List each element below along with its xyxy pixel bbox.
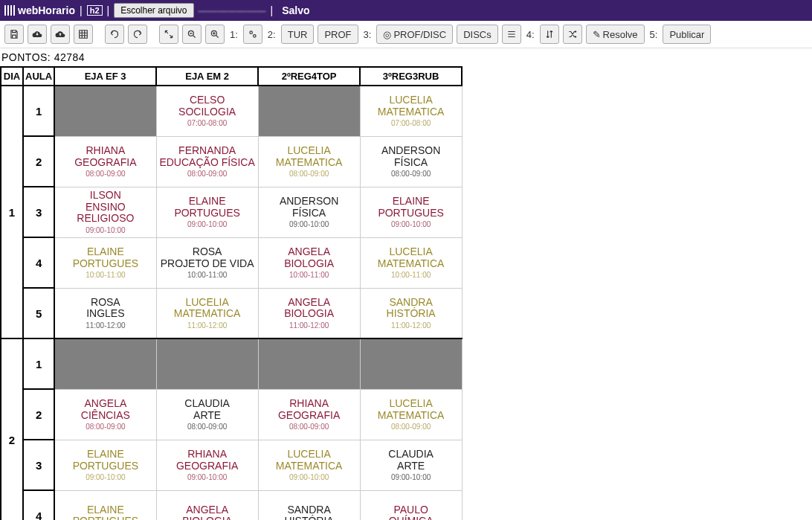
slot-cell[interactable]: ILSONENSINO RELIGIOSO09:00-10:00 xyxy=(54,187,156,237)
teacher-name: ANDERSON xyxy=(362,145,460,156)
download-cloud-button[interactable] xyxy=(28,25,47,44)
save-icon-button[interactable] xyxy=(4,25,24,44)
slot-cell[interactable]: ANGELABIOLOGIA10:00-11:00 xyxy=(258,237,360,288)
tur-button[interactable]: TUR xyxy=(281,25,315,44)
teacher-name: SANDRA xyxy=(260,504,358,516)
schedule-row: 5ROSAINGLES11:00-12:00LUCELIAMATEMATICA1… xyxy=(1,288,462,338)
slot-cell[interactable]: CELSOSOCILOGIA07:00-08:00 xyxy=(156,86,258,136)
teacher-name: CLAUDIA xyxy=(362,449,460,460)
slot-cell[interactable]: ELAINEPORTUGUES10:00-11:00 xyxy=(54,237,156,288)
teacher-name: ELAINE xyxy=(362,196,460,207)
teacher-name: PAULO xyxy=(362,504,460,516)
teacher-name: ANGELA xyxy=(57,398,155,409)
slot-cell[interactable]: ANGELABIOLOGIA11:00-12:00 xyxy=(258,288,360,338)
slot-cell[interactable]: LUCELIAMATEMATICA09:00-10:00 xyxy=(258,440,360,490)
time-range: 08:00-09:00 xyxy=(57,170,155,178)
grid-button[interactable] xyxy=(74,25,93,44)
prof-disc-button[interactable]: ◎PROF/DISC xyxy=(376,25,453,44)
publish-button[interactable]: Publicar xyxy=(663,25,711,44)
slot-cell[interactable]: RHIANAGEOGRAFIA08:00-09:00 xyxy=(54,136,156,187)
time-range: 10:00-11:00 xyxy=(158,271,257,279)
teacher-name: ANDERSON xyxy=(260,196,358,207)
slot-cell[interactable]: FERNANDAEDUCAÇÃO FÍSICA08:00-09:00 xyxy=(156,136,258,187)
col-0[interactable]: EJA EF 3 xyxy=(54,67,156,86)
slot-cell[interactable]: ROSAINGLES11:00-12:00 xyxy=(54,288,156,338)
slot-cell[interactable]: ANGELACIÊNCIAS08:00-09:00 xyxy=(54,389,156,440)
teacher-name: ELAINE xyxy=(158,196,257,207)
slot-cell[interactable]: ANDERSONFÍSICA09:00-10:00 xyxy=(258,187,360,237)
time-range: 09:00-10:00 xyxy=(260,220,358,228)
time-range: 10:00-11:00 xyxy=(260,271,358,279)
expand-button[interactable] xyxy=(159,25,178,44)
slot-cell[interactable]: CLAUDIAARTE09:00-10:00 xyxy=(360,440,462,490)
schedule-row: 4ELAINEPORTUGUESANGELABIOLOGIASANDRAHIST… xyxy=(1,490,462,520)
slot-cell[interactable]: LUCELIAMATEMATICA07:00-08:00 xyxy=(360,86,462,136)
time-range: 08:00-09:00 xyxy=(362,423,460,431)
discs-button[interactable]: DISCs xyxy=(457,25,498,44)
menu-button[interactable] xyxy=(502,25,521,44)
slot-cell[interactable]: SANDRAHISTÓRIA11:00-12:00 xyxy=(360,288,462,338)
dia-cell: 2 xyxy=(1,338,23,520)
slot-cell[interactable]: ELAINEPORTUGUES xyxy=(54,490,156,520)
slot-cell[interactable]: LUCELIAMATEMATICA08:00-09:00 xyxy=(258,136,360,187)
teacher-name: LUCELIA xyxy=(362,246,460,257)
slot-cell[interactable]: LUCELIAMATEMATICA10:00-11:00 xyxy=(360,237,462,288)
slot-cell[interactable]: ANGELABIOLOGIA xyxy=(156,490,258,520)
header-row: DIA AULA EJA EF 3 EJA EM 2 2ºREG4TOP 3ºR… xyxy=(1,67,462,86)
time-range: 09:00-10:00 xyxy=(57,473,155,481)
redo-button[interactable] xyxy=(128,25,147,44)
sort-button[interactable] xyxy=(540,25,559,44)
app-header: webHorario | h2 | Escolher arquivo —————… xyxy=(0,0,812,21)
teacher-name: FERNANDA xyxy=(158,145,257,156)
undo-button[interactable] xyxy=(105,25,124,44)
choose-file-button[interactable]: Escolher arquivo xyxy=(114,3,193,18)
col-3[interactable]: 3ºREG3RUB xyxy=(360,67,462,86)
slot-cell[interactable]: ROSAPROJETO DE VIDA10:00-11:00 xyxy=(156,237,258,288)
col-1[interactable]: EJA EM 2 xyxy=(156,67,258,86)
settings-button[interactable] xyxy=(243,25,262,44)
aula-cell: 2 xyxy=(23,136,54,187)
subject-name: FÍSICA xyxy=(260,208,358,219)
aula-cell: 1 xyxy=(23,86,54,136)
resolve-button[interactable]: ✎Resolve xyxy=(586,25,645,44)
slot-cell[interactable] xyxy=(258,338,360,389)
prof-button[interactable]: PROF xyxy=(318,25,358,44)
teacher-name: LUCELIA xyxy=(158,297,257,308)
time-range: 08:00-09:00 xyxy=(260,170,358,178)
slot-cell[interactable]: ELAINEPORTUGUES09:00-10:00 xyxy=(360,187,462,237)
upload-cloud-button[interactable] xyxy=(51,25,70,44)
separator: | xyxy=(271,4,274,16)
teacher-name: ROSA xyxy=(57,297,155,308)
aula-cell: 4 xyxy=(23,237,54,288)
slot-cell[interactable]: LUCELIAMATEMATICA08:00-09:00 xyxy=(360,389,462,440)
slot-cell[interactable]: RHIANAGEOGRAFIA09:00-10:00 xyxy=(156,440,258,490)
time-range: 07:00-08:00 xyxy=(158,119,257,127)
teacher-name: SANDRA xyxy=(362,297,460,308)
shuffle-button[interactable] xyxy=(563,25,582,44)
slot-cell[interactable]: RHIANAGEOGRAFIA08:00-09:00 xyxy=(258,389,360,440)
slot-cell[interactable]: ELAINEPORTUGUES09:00-10:00 xyxy=(54,440,156,490)
slot-cell[interactable]: SANDRAHISTÓRIA xyxy=(258,490,360,520)
svg-point-2 xyxy=(250,31,253,34)
subject-name: ARTE xyxy=(158,410,257,421)
zoom-out-button[interactable] xyxy=(182,25,202,44)
slot-cell[interactable]: LUCELIAMATEMATICA11:00-12:00 xyxy=(156,288,258,338)
slot-cell[interactable] xyxy=(360,338,462,389)
slot-cell[interactable] xyxy=(54,86,156,136)
slot-cell[interactable] xyxy=(258,86,360,136)
slot-cell[interactable]: ELAINEPORTUGUES09:00-10:00 xyxy=(156,187,258,237)
group-4-label: 4: xyxy=(526,29,535,40)
separator: | xyxy=(80,4,83,16)
teacher-name: ANGELA xyxy=(260,297,358,308)
zoom-in-button[interactable] xyxy=(205,25,225,44)
slot-cell[interactable] xyxy=(54,338,156,389)
points-label: PONTOS: xyxy=(1,51,51,63)
slot-cell[interactable]: CLAUDIAARTE08:00-09:00 xyxy=(156,389,258,440)
group-2-label: 2: xyxy=(268,29,276,40)
slot-cell[interactable]: PAULOQUÍMICA xyxy=(360,490,462,520)
time-range: 09:00-10:00 xyxy=(57,226,155,234)
col-2[interactable]: 2ºREG4TOP xyxy=(258,67,360,86)
slot-cell[interactable]: ANDERSONFÍSICA08:00-09:00 xyxy=(360,136,462,187)
time-range: 10:00-11:00 xyxy=(57,271,155,279)
slot-cell[interactable] xyxy=(156,338,258,389)
